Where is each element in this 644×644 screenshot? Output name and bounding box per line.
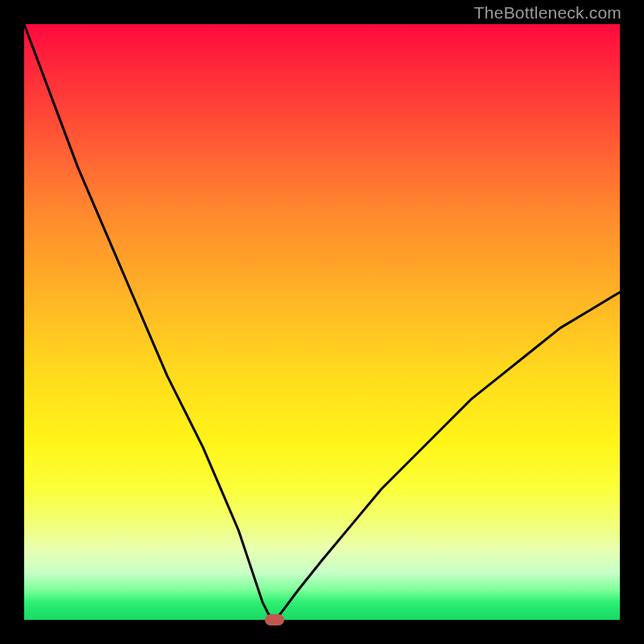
plot-area	[24, 24, 620, 620]
bottleneck-curve	[24, 24, 620, 620]
chart-frame: TheBottleneck.com	[0, 0, 644, 644]
watermark-text: TheBottleneck.com	[474, 3, 621, 23]
optimal-point-marker	[265, 614, 284, 625]
